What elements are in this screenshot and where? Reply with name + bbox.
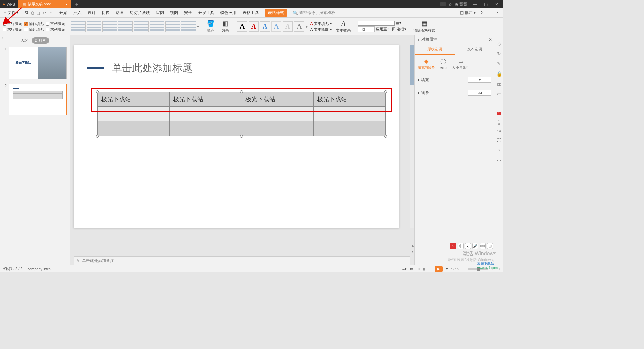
- section-line[interactable]: ▸ 线条无 ▾: [415, 86, 495, 99]
- selection-handle[interactable]: [240, 135, 243, 138]
- menu-transition[interactable]: 切换: [102, 10, 110, 16]
- selection-handle[interactable]: [96, 90, 99, 93]
- slide[interactable]: 单击此处添加标题 极光下载站极光下载站极光下载站极光下载站: [74, 45, 399, 228]
- tab-text-options[interactable]: 文本选项: [455, 44, 495, 55]
- title-text[interactable]: 单击此处添加标题: [112, 61, 193, 75]
- subtab-fill-line[interactable]: ◆填充与线条: [418, 58, 435, 70]
- close-button[interactable]: ✕: [493, 2, 500, 7]
- fill-button[interactable]: 🪣填充: [205, 20, 217, 33]
- subtab-effect[interactable]: ◯效果: [440, 58, 447, 70]
- selection-handle[interactable]: [240, 90, 243, 93]
- ime-punct-icon[interactable]: •,: [465, 243, 471, 249]
- help-icon[interactable]: ?: [480, 11, 483, 15]
- play-dropdown-icon[interactable]: ▾: [446, 267, 448, 271]
- redo-icon[interactable]: ↷: [49, 11, 52, 15]
- rail-icon[interactable]: ▦: [496, 81, 502, 87]
- prev-slide-icon[interactable]: ▴: [412, 243, 414, 248]
- view-sorter-icon[interactable]: ⊞: [417, 267, 420, 271]
- ime-s-icon[interactable]: S: [450, 243, 456, 249]
- panel-menu-icon[interactable]: ◂: [417, 37, 419, 42]
- ime-grid-icon[interactable]: ⊞: [487, 243, 493, 249]
- title-placeholder[interactable]: 单击此处添加标题: [87, 61, 386, 75]
- table-cell[interactable]: 极光下载站: [169, 92, 241, 107]
- menu-review[interactable]: 审阅: [156, 10, 164, 16]
- table-cell[interactable]: [98, 107, 170, 121]
- undo-icon[interactable]: ↶: [43, 11, 46, 15]
- menu-insert[interactable]: 插入: [73, 10, 82, 16]
- vertical-scrollbar[interactable]: [410, 45, 414, 228]
- wordart-gallery[interactable]: A A A A A A ▾: [237, 21, 308, 32]
- rail-icon[interactable]: ✎: [496, 61, 502, 67]
- gift-icon[interactable]: ⎋: [449, 2, 451, 7]
- preview-icon[interactable]: ◫: [36, 11, 40, 15]
- restore-button[interactable]: ▢: [482, 2, 490, 7]
- menu-animation[interactable]: 动画: [116, 10, 124, 16]
- menu-devtools[interactable]: 开发工具: [198, 10, 214, 16]
- table-cell[interactable]: 极光下载站: [98, 92, 170, 107]
- table-cell[interactable]: 极光下载站: [314, 92, 386, 107]
- wa-style[interactable]: A: [271, 21, 281, 32]
- border-style-select[interactable]: [358, 21, 395, 26]
- table-cell[interactable]: [98, 121, 170, 136]
- section-fill[interactable]: ▸ 填充▾: [415, 73, 495, 86]
- panel-close-icon[interactable]: ✕: [489, 37, 492, 42]
- menu-featured[interactable]: 特色应用: [220, 10, 236, 16]
- rail-help-icon[interactable]: ?: [496, 147, 502, 153]
- style-thumb[interactable]: [150, 21, 164, 32]
- fit-icon[interactable]: ⊡: [497, 267, 500, 271]
- document-tab[interactable]: ▤演示文稿.pptx•: [18, 0, 71, 8]
- zoom-out-icon[interactable]: −: [462, 267, 464, 271]
- table-object[interactable]: 极光下载站极光下载站极光下载站极光下载站: [97, 92, 386, 136]
- rail-badge[interactable]: 1: [497, 112, 501, 115]
- table-cell[interactable]: [169, 121, 241, 136]
- text-outline-button[interactable]: A文本轮廓▾: [310, 27, 332, 32]
- notes-pane[interactable]: ✎单击此处添加备注: [74, 256, 410, 265]
- style-thumb[interactable]: [134, 21, 149, 32]
- zoom-in-icon[interactable]: +: [491, 267, 493, 271]
- ime-toolbar[interactable]: S 中 •, 🎤 ⌨ ⊞: [450, 243, 493, 249]
- check-header-row[interactable]: 首行填充: [3, 21, 22, 26]
- next-slide-icon[interactable]: ▾: [412, 249, 414, 254]
- border-weight-input[interactable]: 1磅: [358, 26, 375, 32]
- ime-mic-icon[interactable]: 🎤: [472, 243, 478, 249]
- table-cell[interactable]: [314, 107, 386, 121]
- line-select[interactable]: 无 ▾: [468, 90, 491, 96]
- menu-table-tools[interactable]: 表格工具: [243, 10, 259, 16]
- ime-lang-icon[interactable]: 中: [458, 243, 464, 249]
- style-thumb[interactable]: [118, 21, 133, 32]
- menu-view[interactable]: 视图: [170, 10, 178, 16]
- zoom-level[interactable]: 98%: [451, 267, 459, 271]
- ime-kbd-icon[interactable]: ⌨: [480, 243, 486, 249]
- table-cell[interactable]: [241, 107, 314, 121]
- check-first-column[interactable]: 首列填充: [46, 21, 65, 26]
- style-thumb[interactable]: [181, 21, 196, 32]
- subtab-size[interactable]: ▭大小与属性: [452, 58, 469, 70]
- notification-badge[interactable]: 1: [440, 2, 446, 6]
- new-tab-button[interactable]: +: [71, 2, 82, 7]
- menu-security[interactable]: 安全: [184, 10, 192, 16]
- text-fill-button[interactable]: A文本填充▾: [310, 21, 332, 26]
- text-effect-button[interactable]: A文本效果: [335, 20, 352, 33]
- table-style-gallery[interactable]: ▾: [71, 21, 199, 32]
- style-thumb[interactable]: [102, 21, 117, 32]
- collapse-panel-icon[interactable]: «: [1, 36, 3, 40]
- effect-button[interactable]: ◧效果: [219, 20, 231, 33]
- save-icon[interactable]: 🖫: [24, 11, 29, 15]
- comment-button[interactable]: ◫ 批注 ▾: [460, 10, 476, 16]
- wa-style[interactable]: A: [294, 21, 304, 32]
- check-banded-rows[interactable]: 隔行填充: [24, 21, 44, 26]
- slides-tab[interactable]: 幻灯片: [32, 37, 49, 44]
- menu-table-style[interactable]: 表格样式: [265, 9, 287, 17]
- canvas[interactable]: 单击此处添加标题 极光下载站极光下载站极光下载站极光下载站 ▴ ▾: [70, 35, 414, 265]
- slideshow-button[interactable]: ▶: [435, 266, 443, 272]
- slide-thumbnail-1[interactable]: 1 极光下载站: [3, 47, 67, 79]
- menu-slideshow[interactable]: 幻灯片放映: [130, 10, 150, 16]
- check-banded-cols[interactable]: 隔列填充: [24, 27, 44, 32]
- file-menu[interactable]: ≡文件▾: [2, 10, 20, 16]
- collapse-ribbon-icon[interactable]: ⋯: [487, 11, 491, 15]
- view-grid-icon[interactable]: ⊟: [428, 267, 431, 271]
- style-thumb[interactable]: [165, 21, 180, 32]
- rail-icon[interactable]: ↻: [496, 51, 502, 57]
- table-cell[interactable]: [169, 107, 241, 121]
- view-reading-icon[interactable]: ▯: [423, 267, 425, 271]
